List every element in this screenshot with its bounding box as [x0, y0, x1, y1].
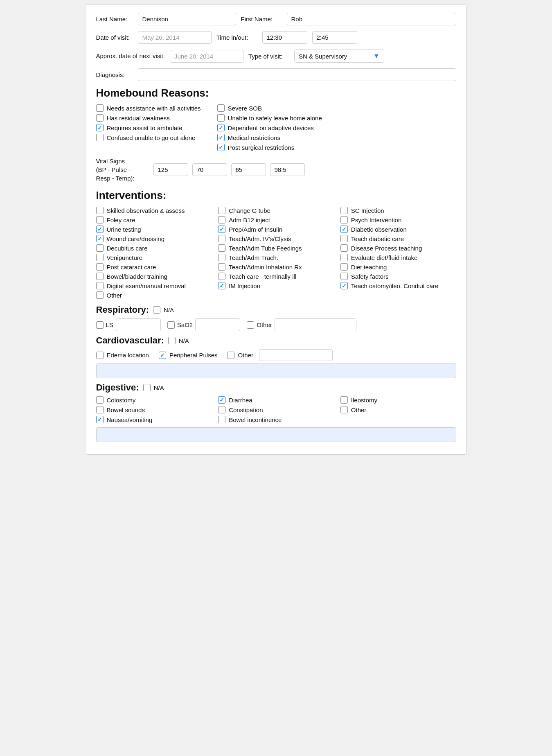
diagnosis-input[interactable] [138, 68, 456, 81]
cv-other-checkbox[interactable] [227, 352, 234, 359]
cb-box-int11[interactable] [218, 207, 225, 214]
cb-box-int16[interactable] [218, 254, 225, 261]
cb-box-dig4[interactable]: ✓ [218, 396, 225, 404]
checkbox-item-int7[interactable]: Post cataract care [96, 263, 212, 271]
checkbox-item-int20[interactable]: SC Injection [340, 207, 456, 214]
checkbox-item-dig8[interactable]: Other [340, 406, 456, 413]
cb-box-int26[interactable] [340, 263, 348, 271]
first-name-input[interactable] [287, 13, 456, 25]
cb-box-int21[interactable] [340, 216, 348, 223]
checkbox-item-hb1[interactable]: Needs assistance with all activities [96, 104, 201, 112]
cb-box-int28[interactable]: ✓ [340, 282, 348, 289]
cardiovascular-text-area[interactable] [96, 363, 456, 378]
checkbox-item-int16[interactable]: Teach/Adm Trach. [218, 254, 334, 261]
cb-box-dig6[interactable] [218, 416, 225, 423]
cb-box-int6[interactable] [96, 254, 104, 261]
checkbox-item-int1[interactable]: Skilled observation & assess [96, 207, 212, 214]
cb-box-int27[interactable] [340, 273, 348, 280]
cb-box-int22[interactable]: ✓ [340, 226, 348, 233]
checkbox-item-int11[interactable]: Change G tube [218, 207, 334, 214]
approx-date-input[interactable] [170, 50, 243, 63]
cb-box-int17[interactable] [218, 263, 225, 271]
checkbox-item-hb5[interactable]: Severe SOB [217, 104, 322, 112]
time-out-input[interactable] [312, 31, 357, 44]
checkbox-item-int9[interactable]: Digital exam/manual removal [96, 282, 212, 289]
checkbox-item-int28[interactable]: ✓Teach ostomy/ileo. Conduit care [340, 282, 456, 289]
checkbox-item-dig2[interactable]: Bowel sounds [96, 406, 212, 413]
cb-box-hb4[interactable] [96, 134, 104, 141]
cb-box-hb6[interactable] [217, 114, 225, 122]
cb-box-int24[interactable] [340, 244, 348, 252]
cb-box-dig5[interactable] [218, 406, 225, 413]
cb-box-hb1[interactable] [96, 104, 104, 112]
checkbox-item-int22[interactable]: ✓Diabetic observation [340, 226, 456, 233]
respiratory-na-item[interactable]: N/A [153, 306, 174, 314]
type-of-visit-select[interactable]: SN & Supervisory ▼ [294, 50, 384, 63]
peripheral-item[interactable]: ✓ Peripheral Pulses [159, 352, 218, 359]
checkbox-item-int18[interactable]: Teach care - terminally ill [218, 273, 334, 280]
peripheral-checkbox[interactable]: ✓ [159, 352, 166, 359]
checkbox-item-int14[interactable]: Teach/Adm. IV's/Clysis [218, 235, 334, 242]
checkbox-item-dig7[interactable]: Ileostomy [340, 396, 456, 404]
checkbox-item-int8[interactable]: Bowel/bladder training [96, 273, 212, 280]
cb-box-hb9[interactable]: ✓ [217, 144, 225, 151]
cb-box-dig7[interactable] [340, 396, 348, 404]
cb-box-dig1[interactable] [96, 396, 104, 404]
time-in-input[interactable] [262, 31, 307, 44]
cb-box-int18[interactable] [218, 273, 225, 280]
checkbox-item-dig1[interactable]: Colostomy [96, 396, 212, 404]
edema-checkbox[interactable] [96, 352, 104, 359]
checkbox-item-int6[interactable]: Venipuncture [96, 254, 212, 261]
checkbox-item-int3[interactable]: ✓Urine testing [96, 226, 212, 233]
cardiovascular-na-checkbox[interactable] [168, 337, 176, 344]
cb-box-hb7[interactable]: ✓ [217, 124, 225, 131]
checkbox-item-hb2[interactable]: Has residual weakness [96, 114, 201, 122]
checkbox-item-dig3[interactable]: ✓Nausea/vomiting [96, 416, 212, 423]
checkbox-item-int26[interactable]: Diet teaching [340, 263, 456, 271]
checkbox-item-int19[interactable]: ✓IM Injection [218, 282, 334, 289]
resp-input[interactable] [231, 163, 266, 176]
cb-box-int15[interactable] [218, 244, 225, 252]
pulse-input[interactable] [192, 163, 227, 176]
cb-box-int5[interactable] [96, 244, 104, 252]
cb-box-int1[interactable] [96, 207, 104, 214]
cb-box-int12[interactable] [218, 216, 225, 223]
sao2-input[interactable] [195, 318, 240, 331]
ls-checkbox[interactable] [96, 321, 104, 329]
cb-box-hb8[interactable]: ✓ [217, 134, 225, 141]
cb-box-dig8[interactable] [340, 406, 348, 413]
checkbox-item-int25[interactable]: Evaluate diet/fluid intake [340, 254, 456, 261]
digestive-na-checkbox[interactable] [143, 384, 151, 391]
cb-box-int20[interactable] [340, 207, 348, 214]
cb-box-int23[interactable] [340, 235, 348, 242]
cb-box-int10[interactable] [96, 291, 104, 299]
cb-box-hb5[interactable] [217, 104, 225, 112]
checkbox-item-dig6[interactable]: Bowel incontinence [218, 416, 334, 423]
checkbox-item-int15[interactable]: Teach/Adm Tube Feedings [218, 244, 334, 252]
checkbox-item-dig4[interactable]: ✓Diarrhea [218, 396, 334, 404]
checkbox-item-int12[interactable]: Adm B12 inject [218, 216, 334, 223]
digestive-na-item[interactable]: N/A [143, 384, 164, 391]
edema-item[interactable]: Edema location [96, 352, 149, 359]
last-name-input[interactable] [138, 13, 236, 25]
date-of-visit-input[interactable] [138, 31, 212, 44]
checkbox-item-int24[interactable]: Disease Process teaching [340, 244, 456, 252]
cb-box-int9[interactable] [96, 282, 104, 289]
checkbox-item-hb4[interactable]: Confused unable to go out alone [96, 134, 201, 141]
cb-box-int25[interactable] [340, 254, 348, 261]
checkbox-item-int13[interactable]: ✓Prep/Adm of Insulin [218, 226, 334, 233]
checkbox-item-int2[interactable]: Foley care [96, 216, 212, 223]
ls-input[interactable] [116, 318, 161, 331]
bp-input[interactable] [153, 163, 188, 176]
checkbox-item-int10[interactable]: Other [96, 291, 212, 299]
checkbox-item-int27[interactable]: Safety factors [340, 273, 456, 280]
digestive-text-area[interactable] [96, 427, 456, 442]
cb-box-int2[interactable] [96, 216, 104, 223]
cb-box-hb3[interactable]: ✓ [96, 124, 104, 131]
checkbox-item-int23[interactable]: Teach diabetic care [340, 235, 456, 242]
respiratory-other-checkbox[interactable] [247, 321, 254, 329]
cv-other-item[interactable]: Other [227, 349, 333, 361]
cb-box-int4[interactable]: ✓ [96, 235, 104, 242]
cb-box-int7[interactable] [96, 263, 104, 271]
cb-box-int19[interactable]: ✓ [218, 282, 225, 289]
